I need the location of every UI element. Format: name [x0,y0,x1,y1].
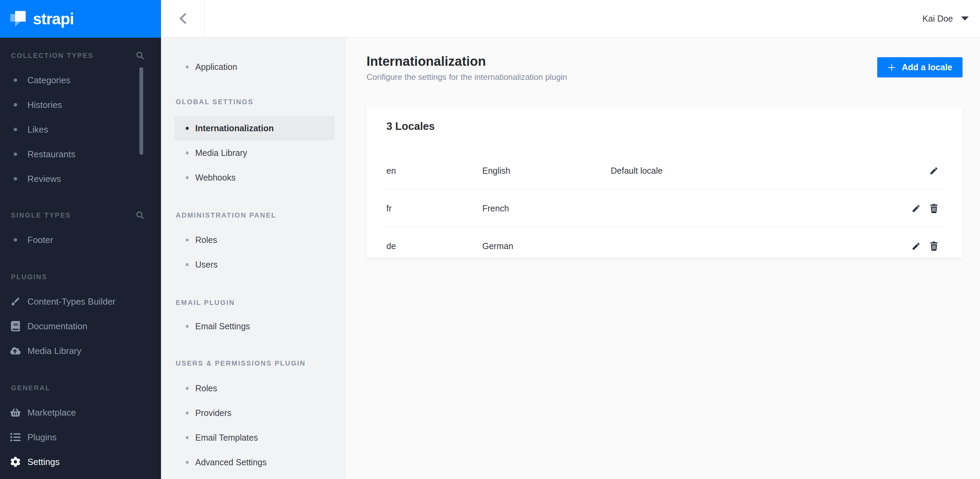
bullet-icon [186,239,189,242]
user-menu[interactable]: Kai Doe [923,14,980,24]
book-icon [10,321,21,331]
sidebar-item-categories[interactable]: Categories [0,68,161,92]
settings-item-admin-users[interactable]: Users [161,252,346,277]
locale-row-fr: fr French [366,189,963,227]
add-locale-button[interactable]: Add a locale [877,57,963,78]
sidebar-item-media-library[interactable]: Media Library [0,339,161,363]
strapi-logo-icon [10,11,27,27]
page-header: Internationalization Configure the setti… [366,54,567,82]
plus-icon [888,64,896,72]
edit-locale-button[interactable] [911,241,921,251]
locale-name: English [482,166,611,176]
brush-icon [10,296,21,307]
topbar: Kai Doe [161,0,980,38]
search-icon[interactable] [136,52,144,59]
locales-table: en English Default locale fr French [366,152,963,258]
strapi-logo[interactable]: strapi [0,0,161,38]
sidebar-item-histories[interactable]: Histories [0,92,161,117]
section-header-plugins: PLUGINS [0,269,161,284]
row-actions [911,241,939,251]
settings-section-administration-panel: ADMINISTRATION PANEL [161,208,346,223]
bullet-icon [14,153,17,156]
chevron-left-icon [178,13,187,24]
locale-code: de [387,241,482,251]
sidebar-item-content-types-builder[interactable]: Content-Types Builder [0,289,161,314]
bullet-icon [186,461,189,464]
default-locale-label: Default locale [611,166,929,176]
locale-name: French [482,204,611,213]
main-sidebar: strapi COLLECTION TYPES Categories Histo… [0,0,161,479]
bullet-icon [186,127,189,130]
locales-card: 3 Locales en English Default locale fr F… [366,107,963,258]
sidebar-item-restaurants[interactable]: Restaurants [0,142,161,167]
strapi-logo-text: strapi [33,10,74,28]
bullet-icon [14,238,17,242]
settings-item-webhooks[interactable]: Webhooks [161,165,346,190]
locale-code: fr [387,204,482,213]
settings-item-providers[interactable]: Providers [161,401,346,425]
basket-icon [10,407,21,418]
caret-down-icon [961,16,969,21]
cloud-upload-icon [10,346,21,356]
bullet-icon [186,65,189,68]
edit-locale-button[interactable] [911,203,921,213]
sidebar-item-settings[interactable]: Settings [0,450,161,474]
bullet-icon [14,128,17,131]
bullet-icon [186,325,189,328]
bullet-icon [186,412,189,415]
section-header-collection-types: COLLECTION TYPES [0,48,161,63]
settings-section-global-settings: GLOBAL SETTINGS [161,94,346,109]
search-icon[interactable] [136,212,144,219]
page-subtitle: Configure the settings for the internati… [366,72,567,82]
bullet-icon [186,387,189,390]
sidebar-item-likes[interactable]: Likes [0,117,161,142]
main-content: Internationalization Configure the setti… [346,38,980,479]
sidebar-item-plugins[interactable]: Plugins [0,425,161,450]
settings-item-admin-roles[interactable]: Roles [161,228,346,252]
settings-item-application[interactable]: Application [161,54,346,79]
settings-item-email-settings[interactable]: Email Settings [161,314,346,339]
bullet-icon [14,103,17,107]
bullet-icon [186,263,189,266]
trash-icon [929,204,939,213]
bullet-icon [186,436,189,439]
settings-item-advanced-settings[interactable]: Advanced Settings [161,450,346,474]
settings-sidebar: Application GLOBAL SETTINGS Internationa… [161,38,346,479]
section-header-general: GENERAL [0,380,161,395]
trash-icon [929,242,939,251]
edit-locale-button[interactable] [929,166,939,176]
settings-item-internationalization[interactable]: Internationalization [175,116,335,140]
sidebar-item-reviews[interactable]: Reviews [0,167,161,191]
locale-name: German [482,241,611,251]
sidebar-scrollbar[interactable] [139,67,143,155]
bullet-icon [14,177,17,181]
user-name: Kai Doe [923,14,953,24]
settings-item-up-roles[interactable]: Roles [161,376,346,401]
row-actions [929,166,939,176]
locales-card-title: 3 Locales [387,120,435,133]
sidebar-item-documentation[interactable]: Documentation [0,314,161,339]
section-header-single-types: SINGLE TYPES [0,208,161,223]
locale-row-de: de German [366,227,963,265]
pencil-icon [912,242,921,251]
settings-section-users-permissions-plugin: USERS & PERMISSIONS PLUGIN [161,356,346,371]
pencil-icon [929,166,939,175]
row-actions [911,203,939,213]
page-title: Internationalization [366,54,567,69]
settings-item-media-library[interactable]: Media Library [161,140,346,165]
pencil-icon [912,204,921,213]
sidebar-item-marketplace[interactable]: Marketplace [0,400,161,425]
sidebar-item-footer[interactable]: Footer [0,228,161,252]
bullet-icon [14,78,17,82]
locale-code: en [387,166,482,176]
delete-locale-button[interactable] [929,241,939,251]
settings-section-email-plugin: EMAIL PLUGIN [161,295,346,310]
back-button[interactable] [161,0,205,37]
settings-item-email-templates[interactable]: Email Templates [161,425,346,450]
gear-icon [10,457,21,467]
bullet-icon [186,151,189,154]
list-icon [10,432,21,442]
bullet-icon [186,176,189,179]
locale-row-en: en English Default locale [366,152,963,189]
delete-locale-button[interactable] [929,203,939,213]
